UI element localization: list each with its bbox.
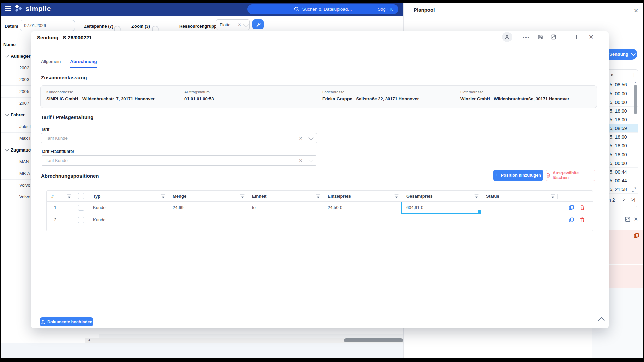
chevron-down-icon[interactable] xyxy=(243,22,249,27)
chevron-down-icon[interactable] xyxy=(308,157,314,163)
trash-icon[interactable] xyxy=(580,205,585,210)
expand-icon[interactable] xyxy=(625,217,630,222)
cell-menge[interactable]: 24.69 xyxy=(168,202,247,214)
cell-gesamtpreis-selected[interactable]: 604,91 € xyxy=(401,202,481,214)
minimize-icon[interactable] xyxy=(564,37,569,37)
tab-abrechnung[interactable]: Abrechnung xyxy=(70,55,97,68)
save-icon[interactable] xyxy=(538,34,543,40)
maximize-icon[interactable] xyxy=(576,35,581,39)
select-all-checkbox[interactable] xyxy=(78,193,84,199)
vertical-scrollbar-thumb[interactable] xyxy=(634,85,637,114)
open-in-new-icon[interactable] xyxy=(551,34,556,40)
tarif-select[interactable]: Tarif Kunde ✕ xyxy=(41,133,317,143)
clear-icon[interactable]: ✕ xyxy=(299,158,303,163)
collapse-chevron-icon[interactable] xyxy=(5,147,9,152)
filter-icon[interactable] xyxy=(240,194,245,198)
filter-icon[interactable] xyxy=(394,194,399,198)
col-header-select xyxy=(74,191,88,202)
global-search-input[interactable]: Suchen o. Dateiupload... Strg + K xyxy=(247,4,398,14)
trash-icon[interactable] xyxy=(580,217,585,222)
scrollbar-thumb[interactable] xyxy=(344,338,403,342)
scroll-right-icon[interactable]: ► xyxy=(631,190,634,193)
filter-icon[interactable] xyxy=(551,194,555,198)
upload-documents-button[interactable]: Dokumente hochladen xyxy=(40,317,93,326)
hamburger-menu-icon[interactable] xyxy=(5,6,11,12)
cell-nr[interactable]: 2 xyxy=(47,214,74,226)
summary-box: Kundenadresse SIMPLIC GmbH - Wildenbruch… xyxy=(40,85,597,108)
add-position-button[interactable]: + Position hinzufügen xyxy=(493,170,543,181)
col-header-nr: # xyxy=(47,191,74,202)
next-page-icon[interactable]: > xyxy=(623,197,625,202)
collapse-chevron-icon[interactable] xyxy=(5,53,9,58)
scroll-down-icon[interactable]: ▼ xyxy=(634,187,637,190)
col-header-status: Status xyxy=(481,191,558,202)
cell-status[interactable] xyxy=(481,202,558,214)
close-icon[interactable]: ✕ xyxy=(634,216,638,222)
zeitspanne-label: Zeitspanne (7) xyxy=(84,24,113,29)
filter-icon[interactable] xyxy=(316,194,320,198)
user-icon[interactable] xyxy=(502,32,512,42)
cell-select xyxy=(74,202,88,214)
scroll-up-icon[interactable]: ▲ xyxy=(634,81,637,84)
chevron-down-icon[interactable] xyxy=(308,135,314,140)
cell-menge[interactable] xyxy=(168,214,247,226)
upload-icon xyxy=(41,320,45,324)
settings-wrench-button[interactable] xyxy=(252,19,264,29)
cell-einheit[interactable]: to xyxy=(247,202,323,214)
cell-einzelpreis[interactable] xyxy=(323,214,401,226)
ressourcengruppe-label: Ressourcengruppe xyxy=(179,24,219,29)
divider xyxy=(404,19,643,19)
brand-name: simplic xyxy=(25,5,51,13)
cell-typ[interactable]: Kunde xyxy=(88,214,168,226)
filter-icon[interactable] xyxy=(67,194,71,198)
tarif-frachtfuehrer-label: Tarif Frachtführer xyxy=(41,149,74,154)
section-heading-zusammenfassung: Zusammenfassung xyxy=(41,75,87,80)
table-footer-spacer xyxy=(47,226,593,231)
chevron-up-icon[interactable] xyxy=(598,317,605,324)
grid-column-header[interactable]: e xyxy=(611,72,613,77)
app-window: simplic Suchen o. Dateiupload... Strg + … xyxy=(1,3,643,358)
cell-actions xyxy=(558,202,593,214)
filter-icon[interactable] xyxy=(161,194,165,198)
col-header-typ: Typ xyxy=(88,191,168,202)
cell-nr[interactable]: 1 xyxy=(47,202,74,214)
datum-input[interactable]: 07.01.2026 xyxy=(20,20,75,31)
plus-icon: + xyxy=(495,172,498,178)
section-heading-tarif: Tarif / Preisgestaltung xyxy=(41,114,93,120)
ressourcengruppe-value: Flotte xyxy=(220,22,236,27)
cell-actions xyxy=(558,214,593,226)
clear-icon[interactable]: ✕ xyxy=(238,23,241,27)
copy-icon[interactable] xyxy=(569,205,574,210)
dialog-header-icons: ••• ✕ xyxy=(502,32,594,42)
cell-gesamtpreis[interactable] xyxy=(401,214,481,226)
tarif-frachtfuehrer-select[interactable]: Tarif Kunde ✕ xyxy=(41,155,317,166)
gantt-bottom-band xyxy=(99,334,403,338)
sendung-dialog: Sendung - S-26/000221 ••• ✕ Allgemein Ab… xyxy=(31,31,609,328)
row-checkbox[interactable] xyxy=(78,217,84,223)
close-icon[interactable]: ✕ xyxy=(634,7,638,14)
dialog-title: Sendung - S-26/000221 xyxy=(37,35,92,40)
top-navbar: simplic Suchen o. Dateiupload... Strg + … xyxy=(1,3,403,16)
delete-selected-button[interactable]: Ausgewählte löschen xyxy=(546,170,595,181)
collapse-chevron-icon[interactable] xyxy=(5,112,9,116)
page-indicator: n 2 xyxy=(608,197,615,203)
last-page-icon[interactable]: >| xyxy=(631,197,635,202)
horizontal-scrollbar[interactable]: ◄ xyxy=(85,338,403,343)
row-checkbox[interactable] xyxy=(78,205,84,211)
cell-einzelpreis[interactable]: 24,50 € xyxy=(323,202,401,214)
scroll-left-icon[interactable]: ◄ xyxy=(87,338,90,342)
dialog-tabs: Allgemein Abrechnung xyxy=(41,55,97,68)
cell-status[interactable] xyxy=(481,214,558,226)
filter-icon[interactable] xyxy=(474,194,479,198)
close-icon[interactable]: ✕ xyxy=(589,33,594,41)
cell-einheit[interactable] xyxy=(247,214,323,226)
copy-icon[interactable] xyxy=(634,233,639,238)
tab-allgemein[interactable]: Allgemein xyxy=(41,55,61,67)
col-header-einzelpreis: Einzelpreis xyxy=(323,191,401,202)
search-shortcut: Strg + K xyxy=(378,7,393,12)
clear-icon[interactable]: ✕ xyxy=(299,136,303,141)
ressourcengruppe-select[interactable]: Flotte ✕ xyxy=(216,19,250,30)
more-options-icon[interactable]: ••• xyxy=(523,34,530,40)
cell-typ[interactable]: Kunde xyxy=(88,202,168,214)
copy-icon[interactable] xyxy=(569,217,574,222)
